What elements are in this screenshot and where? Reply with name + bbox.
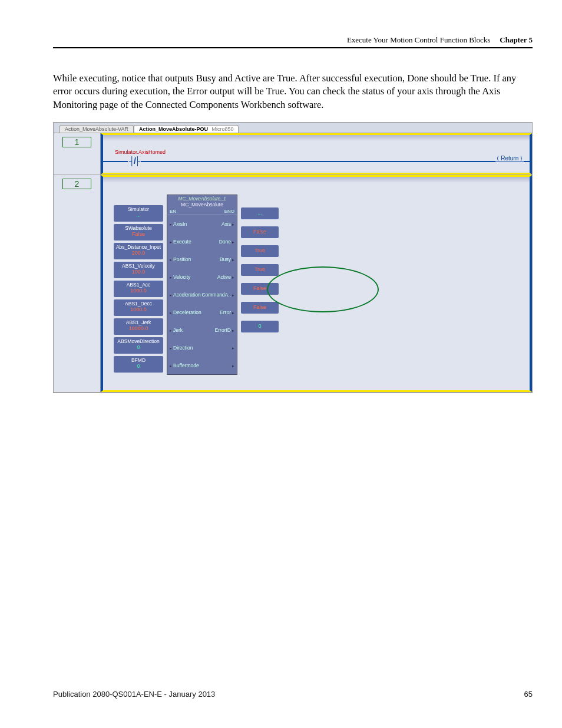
chapter-label: Chapter 5	[500, 35, 533, 45]
rung-1-rail	[103, 161, 530, 162]
contact-label: Simulator.AxisHomed	[115, 149, 166, 155]
tab-var[interactable]: Action_MoveAbsolute-VAR	[59, 125, 134, 133]
fb-input-var[interactable]: ABSMoveDirection0	[114, 337, 163, 354]
fb-output-value[interactable]: False	[241, 226, 279, 238]
rung-2-number: 2	[54, 175, 101, 392]
fb-io-row: AccelerationCommandA..	[167, 286, 237, 304]
fb-output-value[interactable]: ...	[241, 207, 279, 219]
fb-input-var[interactable]: BFMD0	[114, 356, 163, 373]
fb-input-var[interactable]: ABS1_Jerk10000.0	[114, 318, 163, 335]
fb-output-value[interactable]: 0	[241, 321, 279, 332]
fb-outputs-column: ...FalseTrueTrueFalseFalse0	[241, 207, 279, 375]
fb-io-row: ExecuteDone	[167, 233, 237, 251]
fb-io-row: Buffermode	[167, 357, 237, 374]
fb-io-row: Direction	[167, 339, 237, 357]
rung-1-number: 1	[54, 133, 101, 174]
tab-pou-label: Action_MoveAbsolute-POU	[139, 126, 208, 132]
fb-input-var[interactable]: SWabsoluteFalse	[114, 224, 163, 241]
fb-en-label: EN	[170, 209, 176, 214]
body-paragraph: While executing, notice that outputs Bus…	[53, 72, 533, 111]
publication-id: Publication 2080-QS001A-EN-E - January 2…	[53, 690, 215, 699]
fb-container: Simulator...SWabsoluteFalseAbs_Distance_…	[114, 195, 524, 375]
page-number: 65	[524, 690, 533, 699]
fb-input-var[interactable]: Simulator...	[114, 205, 163, 222]
fb-io-row: DecelerationError	[167, 304, 237, 321]
fb-io-row: VelocityActive	[167, 268, 237, 286]
fb-io-row: JerkErrorID	[167, 321, 237, 339]
header-rule	[53, 47, 533, 48]
fb-output-value[interactable]: True	[241, 264, 279, 276]
ccw-screenshot: Action_MoveAbsolute-VAR Action_MoveAbsol…	[53, 122, 533, 393]
rung-2: 2 Simulator...SWabsoluteFalseAbs_Distanc…	[54, 175, 532, 393]
tab-pou[interactable]: Action_MoveAbsolute-POU Micro850	[134, 125, 239, 133]
editor-tabs: Action_MoveAbsolute-VAR Action_MoveAbsol…	[54, 123, 532, 133]
page-header: Execute Your Motion Control Function Blo…	[53, 35, 533, 45]
fb-inputs-column: Simulator...SWabsoluteFalseAbs_Distance_…	[114, 205, 163, 375]
fb-input-var[interactable]: ABS1_Decc1000.0	[114, 299, 163, 316]
fb-eno-label: ENO	[224, 209, 234, 214]
fb-instance-name: MC_MoveAbsolute_1	[167, 195, 237, 202]
page-footer: Publication 2080-QS001A-EN-E - January 2…	[53, 690, 533, 699]
fb-output-value[interactable]: True	[241, 245, 279, 257]
function-block[interactable]: MC_MoveAbsolute_1 MC_MoveAbsolute EN ENO…	[167, 195, 237, 375]
fb-type-name: MC_MoveAbsolute	[167, 202, 237, 208]
fb-io-row: PositionBusy	[167, 251, 237, 268]
fb-input-var[interactable]: ABS1_Acc1000.0	[114, 281, 163, 297]
return-coil[interactable]: Return	[495, 155, 524, 162]
section-title: Execute Your Motion Control Function Blo…	[347, 35, 490, 45]
rung-1: 1 Simulator.AxisHomed ┤/├ Return	[54, 133, 532, 175]
fb-input-var[interactable]: Abs_Distance_Input200.0	[114, 243, 163, 259]
fb-output-value[interactable]: False	[241, 283, 279, 295]
fb-output-value[interactable]: False	[241, 302, 279, 314]
rung-2-body[interactable]: Simulator...SWabsoluteFalseAbs_Distance_…	[101, 175, 532, 392]
ladder-area: 1 Simulator.AxisHomed ┤/├ Return 2 S	[54, 133, 532, 393]
fb-en-eno-row: EN ENO	[167, 208, 237, 215]
fb-io-row: AxisInAxis	[167, 215, 237, 233]
rung-1-body[interactable]: Simulator.AxisHomed ┤/├ Return	[101, 133, 532, 174]
nc-contact-icon[interactable]: ┤/├	[128, 156, 141, 166]
fb-input-var[interactable]: ABS1_Velocity100.0	[114, 262, 163, 278]
tab-pou-device: Micro850	[211, 126, 233, 132]
